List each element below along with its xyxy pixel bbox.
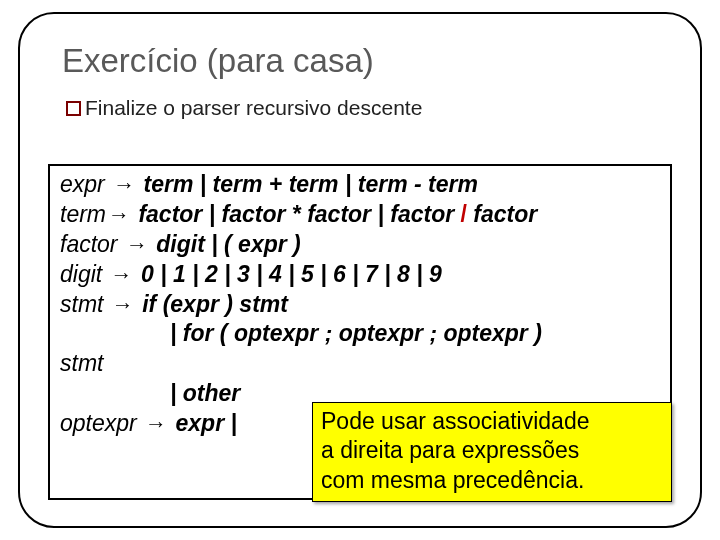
rule-stmt-2a: | for ( optexpr ; optexpr ; optexpr ): [60, 319, 662, 349]
arrow-icon: →: [143, 411, 169, 436]
rule-digit: digit → 0 | 1 | 2 | 3 | 4 | 5 | 6 | 7 | …: [60, 260, 662, 290]
callout-line-1: Pode usar associatividade: [321, 407, 663, 436]
rule-stmt-2b: stmt: [60, 349, 662, 379]
callout-note: Pode usar associatividade a direita para…: [312, 402, 672, 502]
rhs-stmt-3: | other: [170, 380, 240, 406]
slide-frame: Exercício (para casa) Finalize o parser …: [18, 12, 702, 528]
subtitle-text: Finalize o parser recursivo descente: [85, 96, 422, 119]
rhs-expr: term | term + term | term - term: [144, 171, 478, 197]
lhs-optexpr: optexpr: [60, 410, 137, 436]
rhs-term-b: factor: [467, 201, 537, 227]
slide-subtitle: Finalize o parser recursivo descente: [66, 96, 668, 120]
callout-line-3: com mesma precedência.: [321, 466, 663, 495]
arrow-icon: →: [111, 172, 137, 197]
arrow-icon: →: [110, 292, 136, 317]
rhs-stmt-1: if (expr ) stmt: [142, 291, 288, 317]
lhs-expr: expr: [60, 171, 105, 197]
rule-term: term→ factor | factor * factor | factor …: [60, 200, 662, 230]
lhs-term: term: [60, 201, 106, 227]
bullet-icon: [66, 101, 81, 116]
arrow-icon: →: [109, 262, 135, 287]
rule-stmt-1: stmt → if (expr ) stmt: [60, 290, 662, 320]
rhs-optexpr: expr |: [176, 410, 237, 436]
rhs-factor: digit | ( expr ): [156, 231, 300, 257]
lhs-factor: factor: [60, 231, 118, 257]
arrow-icon: →: [124, 232, 150, 257]
rule-expr: expr → term | term + term | term - term: [60, 170, 662, 200]
callout-line-2: a direita para expressões: [321, 436, 663, 465]
lhs-stmt: stmt: [60, 291, 103, 317]
rhs-term-a: factor | factor * factor | factor: [138, 201, 460, 227]
rhs-digit: 0 | 1 | 2 | 3 | 4 | 5 | 6 | 7 | 8 | 9: [141, 261, 442, 287]
slide-title: Exercício (para casa): [62, 42, 668, 80]
lhs-digit: digit: [60, 261, 102, 287]
rhs-stmt-2a: | for ( optexpr ; optexpr ; optexpr ): [170, 320, 542, 346]
arrow-icon: →: [106, 202, 132, 227]
rhs-stmt-2b: stmt: [60, 350, 103, 376]
rule-factor: factor → digit | ( expr ): [60, 230, 662, 260]
